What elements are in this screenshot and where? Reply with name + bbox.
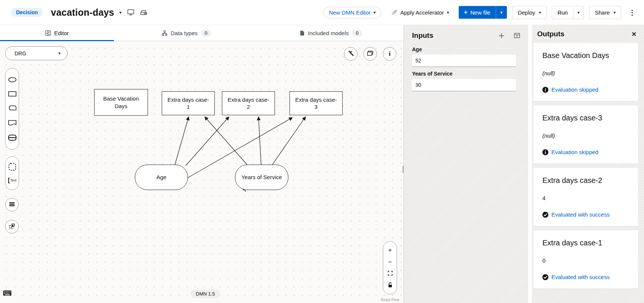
keyboard-shortcuts-icon[interactable] bbox=[3, 290, 12, 297]
output-card-status[interactable]: Evaluation skipped bbox=[542, 149, 629, 155]
info-circle-icon bbox=[542, 87, 548, 93]
node-extra-days-case-2[interactable]: Extra days case-2 bbox=[222, 91, 275, 115]
annotation-palette: [ Text bbox=[5, 156, 19, 190]
outputs-panel-header: Outputs ✕ bbox=[533, 30, 638, 38]
tab-included-models[interactable]: Included models0 bbox=[259, 25, 403, 41]
main-content: EditorData types0Included models0 DRG ▾ bbox=[0, 25, 644, 303]
zoom-out-button[interactable]: − bbox=[388, 259, 392, 265]
node-extra-days-case-3[interactable]: Extra days case-3 bbox=[290, 91, 343, 115]
input-field-years-of-service[interactable] bbox=[412, 79, 516, 91]
drg-selector-dropdown[interactable]: DRG ▾ bbox=[5, 46, 68, 60]
plus-icon: + bbox=[388, 247, 392, 253]
node-extra-days-case-1[interactable]: Extra days case-1 bbox=[162, 91, 215, 115]
info-button[interactable]: i bbox=[383, 47, 396, 61]
top-toolbar: Decision vacation-days ▾ New DMN Editor … bbox=[0, 0, 644, 25]
caret-down-icon: ▾ bbox=[613, 10, 616, 15]
node-label: Extra days case-1 bbox=[166, 96, 211, 111]
plus-icon: + bbox=[464, 9, 467, 16]
share-button[interactable]: Share ▾ bbox=[589, 6, 621, 19]
new-dmn-editor-button[interactable]: New DMN Editor ▾ bbox=[323, 7, 381, 18]
tab-data-types[interactable]: Data types0 bbox=[114, 25, 259, 41]
node-base-vacation-days[interactable]: Base Vacation Days bbox=[94, 89, 148, 116]
zoom-in-button[interactable]: + bbox=[388, 247, 392, 253]
deploy-button[interactable]: Deploy ▾ bbox=[512, 6, 547, 19]
output-card-status[interactable]: Evaluated with success bbox=[542, 274, 629, 280]
decision-shape-icon[interactable] bbox=[8, 91, 17, 97]
bkm-shape-icon[interactable] bbox=[8, 105, 17, 111]
tab-label: Editor bbox=[54, 30, 69, 36]
input-fields-list: AgeYears of Service bbox=[412, 46, 520, 91]
apply-accelerator-label: Apply Accelerator bbox=[400, 9, 444, 16]
edge-years-of-service-to-extra-days-case-3[interactable] bbox=[272, 117, 306, 166]
edge-years-of-service-to-extra-days-case-1[interactable] bbox=[205, 117, 248, 166]
run-caret-button[interactable]: ▾ bbox=[573, 6, 584, 19]
group-shape-icon[interactable] bbox=[8, 163, 16, 171]
table-view-button[interactable] bbox=[514, 33, 520, 39]
auto-layout-button[interactable] bbox=[344, 47, 357, 61]
output-card-status[interactable]: Evaluation skipped bbox=[542, 86, 629, 93]
magic-wand-icon bbox=[348, 50, 354, 58]
node-age[interactable]: Age bbox=[135, 165, 188, 190]
file-name-title: vacation-days bbox=[51, 7, 114, 18]
node-palette bbox=[5, 68, 19, 150]
external-nodes-button[interactable] bbox=[5, 220, 19, 233]
edge-age-to-extra-days-case-1[interactable] bbox=[175, 117, 189, 165]
storage-icon[interactable] bbox=[140, 10, 147, 15]
panel-resize-handle[interactable] bbox=[403, 166, 403, 173]
outputs-panel-title: Outputs bbox=[537, 30, 564, 38]
lock-toggle-button[interactable] bbox=[388, 282, 393, 289]
close-outputs-button[interactable]: ✕ bbox=[632, 31, 637, 38]
knowledge-source-shape-icon[interactable] bbox=[8, 120, 17, 126]
fit-view-button[interactable] bbox=[388, 270, 393, 277]
edge-years-of-service-to-extra-days-case-2[interactable] bbox=[258, 117, 261, 165]
text-annotation-label: Text bbox=[10, 178, 16, 182]
rocket-icon bbox=[391, 9, 397, 16]
output-card-status[interactable]: Evaluated with success bbox=[542, 211, 629, 218]
kebab-menu-button[interactable]: ⋮ bbox=[629, 8, 636, 17]
zoom-controls: + − bbox=[383, 241, 397, 294]
monitor-icon[interactable] bbox=[127, 9, 134, 15]
text-annotation-icon[interactable]: [ Text bbox=[8, 177, 16, 184]
node-years-of-service[interactable]: Years of Service bbox=[235, 165, 288, 190]
edge-age-to-extra-days-case-2[interactable] bbox=[186, 117, 229, 166]
new-file-split-button: + New file ▾ bbox=[459, 6, 507, 19]
output-card-extra-days-case-1: Extra days case-10Evaluated with success bbox=[533, 230, 638, 288]
run-label: Run bbox=[557, 9, 568, 16]
dmn-version-badge: DMN 1.5 bbox=[191, 290, 220, 298]
file-icon bbox=[300, 30, 304, 36]
input-data-shape-icon[interactable] bbox=[8, 77, 17, 83]
input-field-age[interactable] bbox=[412, 55, 516, 67]
caret-down-icon: ▾ bbox=[539, 10, 541, 15]
properties-list-button[interactable] bbox=[5, 198, 19, 211]
inputs-panel-title: Inputs bbox=[412, 31, 433, 40]
unlock-icon bbox=[388, 282, 393, 289]
overlay-panel-icon bbox=[367, 50, 374, 57]
output-card-title: Extra days case-2 bbox=[542, 176, 629, 185]
run-button[interactable]: Run bbox=[552, 6, 573, 19]
apply-accelerator-button[interactable]: Apply Accelerator ▾ bbox=[391, 9, 449, 16]
data-types-tree-icon bbox=[162, 30, 167, 36]
diagram-edges-layer bbox=[0, 41, 403, 303]
node-label: Age bbox=[157, 174, 167, 181]
new-file-button[interactable]: + New file bbox=[459, 6, 496, 19]
node-label: Extra days case-2 bbox=[226, 96, 271, 111]
new-file-caret-button[interactable]: ▾ bbox=[496, 6, 507, 19]
info-circle-icon bbox=[542, 149, 548, 155]
file-type-badge: Decision bbox=[11, 8, 43, 17]
kie-dmn-editor-app: Decision vacation-days ▾ New DMN Editor … bbox=[0, 0, 644, 303]
output-status-label: Evaluated with success bbox=[551, 211, 610, 218]
drg-selector-value: DRG bbox=[15, 50, 26, 56]
output-cards-list: Base Vacation Days(null)Evaluation skipp… bbox=[533, 43, 638, 293]
overlays-panel-button[interactable] bbox=[363, 47, 377, 61]
decision-service-shape-icon[interactable] bbox=[8, 134, 17, 141]
caret-down-icon: ▾ bbox=[58, 51, 61, 55]
add-input-button[interactable] bbox=[499, 33, 504, 39]
fit-view-icon bbox=[388, 270, 393, 277]
tab-editor[interactable]: Editor bbox=[0, 25, 114, 41]
output-card-title: Base Vacation Days bbox=[542, 51, 629, 60]
file-name-caret-button[interactable]: ▾ bbox=[120, 10, 122, 15]
dmn-diagram-canvas[interactable]: DRG ▾ bbox=[0, 41, 403, 303]
external-link-icon bbox=[9, 223, 15, 230]
output-card-extra-days-case-3: Extra days case-3(null)Evaluation skippe… bbox=[533, 105, 638, 163]
caret-down-icon: ▾ bbox=[501, 10, 503, 15]
